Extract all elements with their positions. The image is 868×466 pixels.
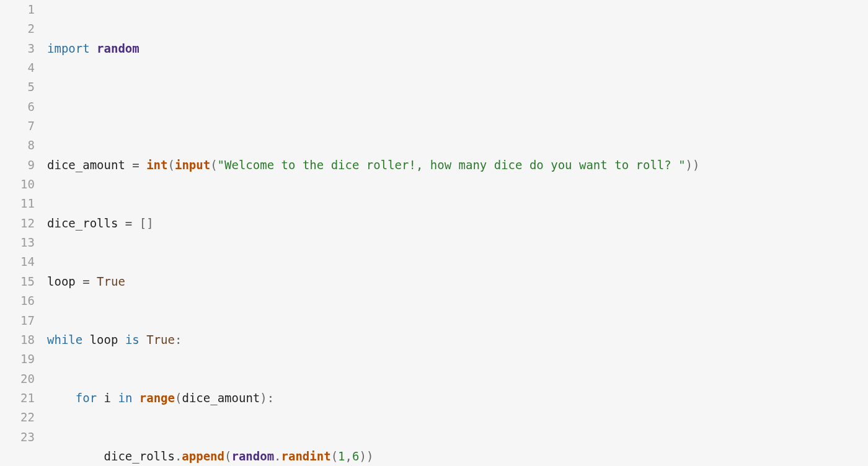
module: random [97,42,140,55]
line-number: 2 [0,19,35,38]
line-number: 11 [0,194,35,213]
line-number: 22 [0,408,35,427]
keyword: import [47,42,90,55]
line-number: 10 [0,175,35,194]
code-line[interactable]: loop = True [43,272,868,291]
line-number: 5 [0,77,35,97]
line-number: 1 [0,0,35,19]
line-number: 8 [0,136,35,155]
line-number: 17 [0,311,35,330]
line-number: 14 [0,252,35,271]
code-line[interactable] [43,97,868,116]
line-number: 6 [0,97,35,116]
line-number: 23 [0,428,35,447]
line-number: 13 [0,233,35,252]
line-number: 21 [0,389,35,408]
line-number: 7 [0,116,35,136]
line-number: 19 [0,350,35,369]
code-editor[interactable]: 1 2 3 4 5 6 7 8 9 10 11 12 13 14 15 16 1… [0,0,868,466]
code-area[interactable]: import random dice_amount = int(input("W… [43,0,868,466]
line-number: 9 [0,156,35,175]
code-line[interactable]: for i in range(dice_amount): [43,389,868,408]
line-number: 3 [0,39,35,58]
code-line[interactable]: dice_rolls = [] [43,214,868,233]
code-line[interactable]: dice_amount = int(input("Welcome to the … [43,156,868,175]
code-line[interactable]: dice_rolls.append(random.randint(1,6)) [43,447,868,466]
line-number: 16 [0,291,35,310]
line-number: 18 [0,330,35,350]
line-number: 12 [0,214,35,233]
code-line[interactable]: while loop is True: [43,330,868,350]
line-number: 15 [0,272,35,291]
code-line[interactable]: import random [43,39,868,58]
line-number-gutter: 1 2 3 4 5 6 7 8 9 10 11 12 13 14 15 16 1… [0,0,43,466]
line-number: 20 [0,369,35,389]
line-number: 4 [0,58,35,77]
